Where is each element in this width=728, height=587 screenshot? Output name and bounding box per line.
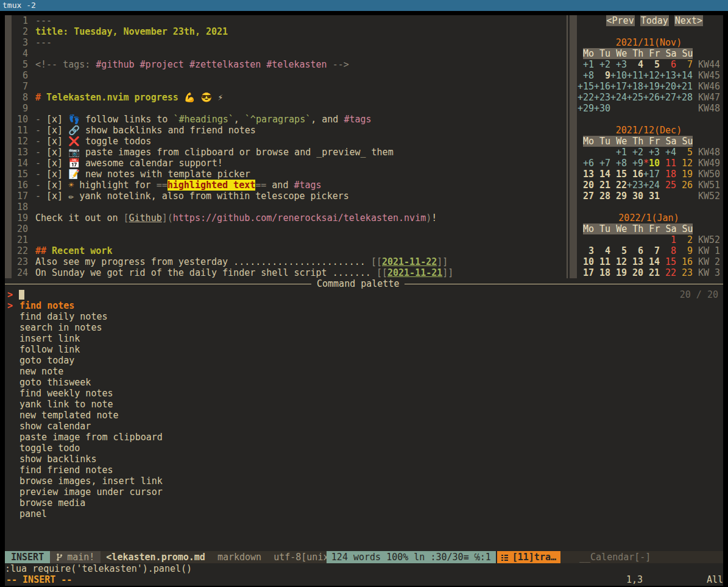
calendar-day[interactable]: 27 <box>578 191 594 202</box>
calendar-day[interactable]: 2 <box>676 234 693 245</box>
editor-line[interactable]: 5<!-- tags: #github #project #zettelkast… <box>5 59 349 70</box>
editor-line[interactable]: 7 <box>5 81 35 92</box>
calendar-nav-button[interactable]: Next> <box>674 15 703 26</box>
calendar-day[interactable]: +4 <box>660 147 676 158</box>
calendar-day[interactable]: +16 <box>594 81 610 92</box>
calendar-day[interactable]: +20 <box>660 81 676 92</box>
palette-item[interactable]: toggle todo <box>19 443 80 454</box>
calendar-day[interactable]: 1 <box>660 234 676 245</box>
calendar-nav-button[interactable]: Today <box>640 15 669 26</box>
palette-item[interactable]: find weekly notes <box>19 388 113 399</box>
calendar-day[interactable]: 17 <box>578 267 594 278</box>
calendar-day[interactable]: +18 <box>627 81 643 92</box>
calendar-day[interactable]: +17 <box>643 169 660 180</box>
calendar-day[interactable]: +17 <box>610 81 627 92</box>
palette-item[interactable]: yank link to note <box>19 399 113 410</box>
calendar-day[interactable]: 25 <box>660 180 676 191</box>
calendar-day[interactable]: +2 <box>594 59 610 70</box>
palette-item[interactable]: search in notes <box>19 322 102 333</box>
editor-line[interactable]: 18 <box>5 202 35 213</box>
palette-item[interactable]: browse media <box>19 497 85 508</box>
editor-line[interactable]: 13- [x] 📷 paste images from clipboard or… <box>5 147 394 158</box>
calendar-day[interactable]: 20 <box>627 267 643 278</box>
palette-item[interactable]: goto today <box>19 355 74 366</box>
calendar-day[interactable]: +1 <box>610 147 627 158</box>
calendar-day[interactable]: +10 <box>610 70 627 81</box>
calendar-day[interactable]: 7 <box>643 245 660 256</box>
calendar-day[interactable]: +11 <box>627 70 643 81</box>
calendar-day[interactable]: 30 <box>627 191 643 202</box>
calendar-day[interactable]: +2 <box>627 147 643 158</box>
palette-item[interactable]: new templated note <box>19 410 119 421</box>
palette-item[interactable]: panel <box>19 508 47 519</box>
editor-line[interactable]: 8# Telekasten.nvim progress 💪 😎 ⚡ <box>5 92 223 103</box>
editor-line[interactable]: 4 <box>5 48 35 59</box>
calendar-day[interactable]: 11 <box>660 158 676 169</box>
calendar-day[interactable]: 9 <box>594 70 610 81</box>
calendar-day[interactable]: +3 <box>610 59 627 70</box>
calendar-day[interactable]: +24 <box>610 92 627 103</box>
editor-line[interactable]: 9 <box>5 103 35 114</box>
calendar-day[interactable]: *10 <box>643 158 660 169</box>
calendar-day[interactable]: 21 <box>594 180 610 191</box>
editor-line[interactable]: 20 <box>5 223 35 234</box>
calendar-day[interactable]: 11 <box>594 256 610 267</box>
calendar-day[interactable]: 4 <box>627 59 643 70</box>
calendar-day[interactable]: +3 <box>643 147 660 158</box>
editor-line[interactable]: 24On Sunday we got rid of the daily find… <box>5 267 453 278</box>
palette-item[interactable]: show calendar <box>19 421 91 432</box>
calendar-day[interactable]: 31 <box>643 191 660 202</box>
calendar-day[interactable]: 6 <box>660 59 676 70</box>
calendar-day[interactable]: 20 <box>578 180 594 191</box>
calendar-day[interactable]: 3 <box>578 245 594 256</box>
calendar-day[interactable]: 26 <box>676 180 693 191</box>
calendar-day[interactable]: +1 <box>578 59 594 70</box>
calendar-day[interactable]: 23 <box>676 267 693 278</box>
editor-line[interactable]: 11- [x] 🔗 show backlinks and friend note… <box>5 125 256 136</box>
calendar-day[interactable]: 22 <box>660 267 676 278</box>
calendar-day[interactable]: +8 <box>578 70 594 81</box>
calendar-day[interactable]: +24 <box>643 180 660 191</box>
calendar-day[interactable]: 15 <box>660 256 676 267</box>
editor-line[interactable]: 17- [x] ✏ yank notelink, also from withi… <box>5 191 349 202</box>
calendar-day[interactable]: +25 <box>627 92 643 103</box>
calendar-day[interactable]: 14 <box>594 169 610 180</box>
editor-line[interactable]: 15- [x] 📝 new notes with template picker <box>5 169 250 180</box>
calendar-day[interactable]: +15 <box>578 81 594 92</box>
editor-line[interactable]: 23Also see my progress from yesterday ..… <box>5 256 448 267</box>
palette-item[interactable]: show backlinks <box>19 454 96 465</box>
calendar-day[interactable]: 19 <box>676 169 693 180</box>
calendar-day[interactable]: 16 <box>627 169 643 180</box>
calendar-day[interactable]: 6 <box>627 245 643 256</box>
calendar-day[interactable]: +23 <box>627 180 643 191</box>
palette-prompt[interactable]: > 20 / 20 <box>5 289 723 300</box>
palette-item[interactable]: browse images, insert link <box>19 476 163 487</box>
calendar-day[interactable]: +13 <box>660 70 676 81</box>
editor-line[interactable]: 1--- <box>5 15 52 26</box>
calendar-day[interactable]: +30 <box>594 103 610 114</box>
calendar-day[interactable]: +12 <box>643 70 660 81</box>
calendar-day[interactable]: 18 <box>594 267 610 278</box>
calendar-day[interactable]: 12 <box>610 256 627 267</box>
calendar-day[interactable]: +14 <box>676 70 693 81</box>
palette-item[interactable]: paste image from clipboard <box>19 432 163 443</box>
calendar-day[interactable]: +23 <box>594 92 610 103</box>
palette-item[interactable]: insert link <box>19 333 80 344</box>
calendar-day[interactable]: 8 <box>660 245 676 256</box>
editor-line[interactable]: 10- [x] 👣 follow links to `#headings`, `… <box>5 114 372 125</box>
calendar-day[interactable]: +26 <box>643 92 660 103</box>
calendar-day[interactable]: 18 <box>660 169 676 180</box>
palette-item[interactable]: goto thisweek <box>19 377 91 388</box>
palette-item[interactable]: preview image under cursor <box>19 487 163 497</box>
editor-line[interactable]: 16- [x] ☀ highlight for ==highlighted te… <box>5 180 322 191</box>
calendar-nav-button[interactable]: <Prev <box>606 15 635 26</box>
palette-item[interactable]: follow link <box>19 344 80 355</box>
calendar-day[interactable]: +28 <box>676 92 693 103</box>
editor-line[interactable]: 12- [x] ❌ toggle todos <box>5 136 151 147</box>
editor-line[interactable]: 19Check it out on [Github](https://githu… <box>5 213 437 223</box>
editor-line[interactable]: 2title: Tuesday, November 23th, 2021 <box>5 26 228 37</box>
palette-item[interactable]: new note <box>19 366 63 377</box>
calendar-day[interactable]: 28 <box>594 191 610 202</box>
editor-line[interactable]: 3--- <box>5 37 52 48</box>
command-line[interactable]: :lua require('telekasten').panel() <box>5 563 192 574</box>
